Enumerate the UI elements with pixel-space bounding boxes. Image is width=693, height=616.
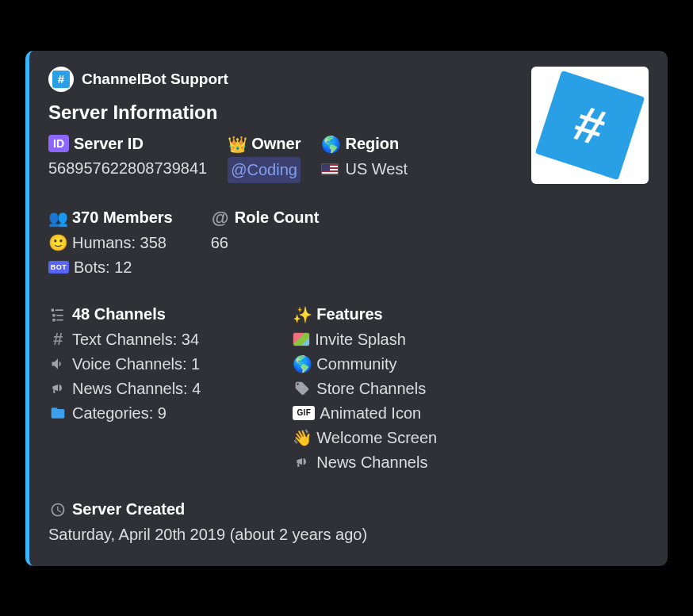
svg-rect-3 <box>56 315 63 316</box>
bots-value: Bots: 12 <box>74 255 132 280</box>
role-count-label: Role Count <box>235 209 320 227</box>
members-label: 370 Members <box>72 209 173 227</box>
role-count-value: 66 <box>211 231 228 255</box>
feature-invite-splash: Invite Splash <box>315 327 406 352</box>
channels-icon <box>48 305 67 324</box>
field-channels: 48 Channels # Text Channels: 34 Voice Ch… <box>48 305 201 475</box>
feature-welcome-screen: Welcome Screen <box>316 426 437 450</box>
speaker-icon <box>48 354 67 373</box>
row-channels-features: 48 Channels # Text Channels: 34 Voice Ch… <box>48 305 649 488</box>
author-avatar: # <box>48 67 74 92</box>
svg-rect-5 <box>56 319 63 320</box>
field-created: Server Created Saturday, April 20th 2019… <box>48 500 649 547</box>
id-icon: ID <box>48 135 69 152</box>
members-icon: 👥 <box>48 209 67 228</box>
text-channels-value: Text Channels: 34 <box>72 327 199 352</box>
owner-label: Owner <box>251 135 301 153</box>
bot-icon: BOT <box>48 261 69 274</box>
hash-icon: # <box>48 330 67 349</box>
field-server-id: ID Server ID 568957622808739841 <box>48 135 207 183</box>
us-flag-icon <box>321 163 339 175</box>
channels-label: 48 Channels <box>72 305 166 323</box>
owner-mention[interactable]: @Coding <box>228 157 301 183</box>
server-id-label: Server ID <box>74 135 144 153</box>
field-features: ✨ Features Invite Splash 🌎 Community Sto… <box>293 305 437 475</box>
svg-rect-0 <box>52 308 54 311</box>
region-value: US West <box>345 157 408 182</box>
humans-value: Humans: 358 <box>72 231 167 255</box>
splash-image-icon <box>293 332 310 346</box>
field-members: 👥 370 Members 🙂 Humans: 358 BOT Bots: 12 <box>48 209 173 280</box>
feature-community: Community <box>316 352 396 377</box>
feature-animated-icon: Animated Icon <box>320 401 421 426</box>
clock-icon <box>48 500 67 519</box>
news-channels-value: News Channels: 4 <box>72 377 201 401</box>
hash-icon: # <box>535 70 645 180</box>
thumbnail: # <box>531 67 649 184</box>
created-value: Saturday, April 20th 2019 (about 2 years… <box>48 522 367 547</box>
field-role-count: @ Role Count 66 <box>211 209 320 280</box>
svg-rect-2 <box>52 314 55 316</box>
embed-card: # ChannelBot Support Server Information … <box>25 51 668 566</box>
megaphone-icon <box>48 379 67 398</box>
created-label: Server Created <box>72 500 185 518</box>
folder-icon <box>48 404 67 423</box>
megaphone-icon <box>293 453 312 472</box>
smile-icon: 🙂 <box>48 233 67 252</box>
voice-channels-value: Voice Channels: 1 <box>72 352 200 377</box>
author-name: ChannelBot Support <box>82 71 228 88</box>
svg-rect-1 <box>56 309 63 311</box>
features-label: Features <box>316 305 382 323</box>
globe-icon: 🌎 <box>293 354 312 373</box>
globe-icon: 🌎 <box>321 135 340 154</box>
hash-icon: # <box>52 71 70 88</box>
field-region: 🌎 Region US West <box>321 135 408 183</box>
crown-icon: 👑 <box>228 135 247 154</box>
row-members: 👥 370 Members 🙂 Humans: 358 BOT Bots: 12… <box>48 209 649 293</box>
feature-news-channels: News Channels <box>316 450 427 475</box>
field-owner: 👑 Owner @Coding <box>228 135 301 183</box>
gif-icon: GIF <box>293 406 315 420</box>
svg-rect-4 <box>52 319 55 321</box>
categories-value: Categories: 9 <box>72 401 167 426</box>
at-icon: @ <box>211 209 230 228</box>
wave-icon: 👋 <box>293 428 312 447</box>
sparkles-icon: ✨ <box>293 305 312 324</box>
feature-store-channels: Store Channels <box>316 377 426 401</box>
server-id-value: 568957622808739841 <box>48 156 207 181</box>
tag-icon <box>293 379 312 398</box>
region-label: Region <box>345 135 399 153</box>
